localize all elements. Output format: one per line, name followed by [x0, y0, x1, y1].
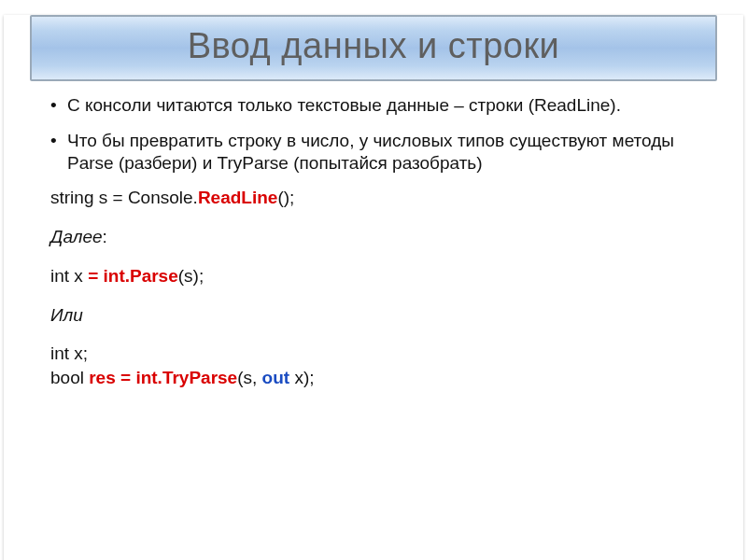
code-highlight: res = int.TryParse [89, 368, 237, 387]
section-label-or: Или [50, 304, 697, 327]
bullet-item: • С консоли читаются только текстовые да… [50, 94, 697, 117]
content-area: • С консоли читаются только текстовые да… [4, 81, 743, 389]
section-label-next: Далее: [50, 226, 697, 248]
page-title: Ввод данных и строки [32, 26, 715, 66]
code-line-tryparse: bool res = int.TryParse(s, out x); [50, 367, 697, 389]
bullet-text: С консоли читаются только текстовые данн… [67, 94, 697, 117]
code-line-decl: int x; [50, 343, 697, 365]
colon: : [103, 227, 107, 246]
code-text: int x [50, 266, 88, 286]
code-line-parse: int x = int.Parse(s); [50, 265, 697, 287]
bullet-dot-icon: • [50, 130, 67, 175]
code-highlight: ReadLine [198, 188, 278, 207]
bullet-item: • Что бы превратить строку в число, у чи… [50, 130, 697, 175]
code-line-readline: string s = Console.ReadLine(); [50, 187, 697, 209]
code-highlight: = int.Parse [88, 266, 178, 286]
code-text: string s = Console. [50, 188, 198, 207]
bullet-text: Что бы превратить строку в число, у числ… [67, 130, 697, 175]
code-text: (s); [178, 266, 204, 286]
code-text: (); [277, 188, 294, 207]
slide: Ввод данных и строки • С консоли читаютс… [4, 15, 743, 560]
label-text: Далее [50, 227, 103, 246]
code-text: (s, [237, 368, 261, 387]
code-keyword: out [262, 368, 295, 387]
title-box: Ввод данных и строки [30, 15, 717, 81]
bullet-dot-icon: • [50, 94, 67, 117]
code-text: x); [294, 368, 314, 387]
code-text: bool [50, 368, 89, 387]
